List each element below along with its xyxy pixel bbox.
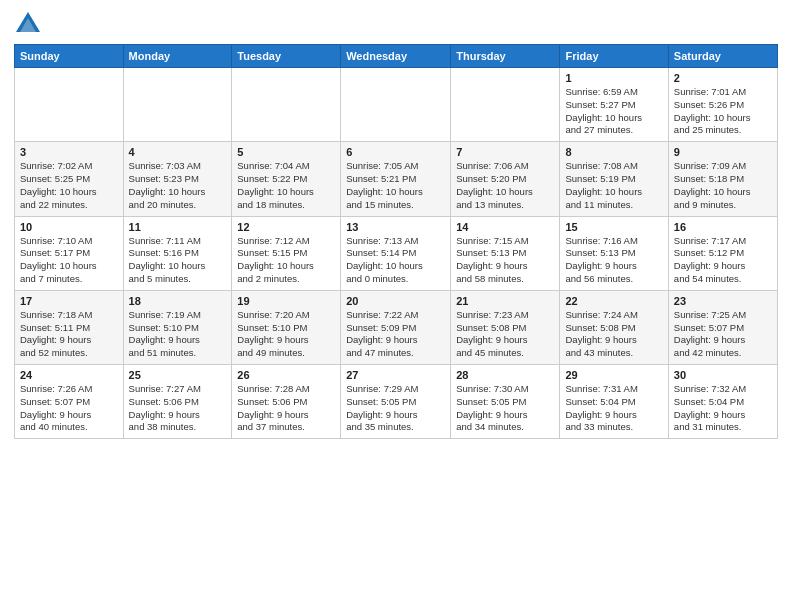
header	[14, 10, 778, 38]
day-info: Sunrise: 7:24 AM Sunset: 5:08 PM Dayligh…	[565, 309, 662, 360]
calendar-cell: 25Sunrise: 7:27 AM Sunset: 5:06 PM Dayli…	[123, 365, 232, 439]
day-info: Sunrise: 7:30 AM Sunset: 5:05 PM Dayligh…	[456, 383, 554, 434]
calendar-cell	[232, 68, 341, 142]
day-info: Sunrise: 7:13 AM Sunset: 5:14 PM Dayligh…	[346, 235, 445, 286]
day-info: Sunrise: 7:25 AM Sunset: 5:07 PM Dayligh…	[674, 309, 772, 360]
calendar-cell: 3Sunrise: 7:02 AM Sunset: 5:25 PM Daylig…	[15, 142, 124, 216]
day-info: Sunrise: 7:31 AM Sunset: 5:04 PM Dayligh…	[565, 383, 662, 434]
day-info: Sunrise: 7:08 AM Sunset: 5:19 PM Dayligh…	[565, 160, 662, 211]
day-info: Sunrise: 7:28 AM Sunset: 5:06 PM Dayligh…	[237, 383, 335, 434]
day-number: 2	[674, 72, 772, 84]
day-number: 6	[346, 146, 445, 158]
day-number: 7	[456, 146, 554, 158]
day-number: 12	[237, 221, 335, 233]
calendar-cell: 28Sunrise: 7:30 AM Sunset: 5:05 PM Dayli…	[451, 365, 560, 439]
day-number: 26	[237, 369, 335, 381]
day-number: 11	[129, 221, 227, 233]
weekday-header-tuesday: Tuesday	[232, 45, 341, 68]
day-number: 24	[20, 369, 118, 381]
calendar-cell: 12Sunrise: 7:12 AM Sunset: 5:15 PM Dayli…	[232, 216, 341, 290]
day-number: 1	[565, 72, 662, 84]
calendar-week-1: 1Sunrise: 6:59 AM Sunset: 5:27 PM Daylig…	[15, 68, 778, 142]
day-info: Sunrise: 7:32 AM Sunset: 5:04 PM Dayligh…	[674, 383, 772, 434]
day-info: Sunrise: 7:06 AM Sunset: 5:20 PM Dayligh…	[456, 160, 554, 211]
day-number: 28	[456, 369, 554, 381]
day-number: 17	[20, 295, 118, 307]
day-number: 5	[237, 146, 335, 158]
day-number: 29	[565, 369, 662, 381]
day-info: Sunrise: 7:09 AM Sunset: 5:18 PM Dayligh…	[674, 160, 772, 211]
day-number: 23	[674, 295, 772, 307]
day-info: Sunrise: 7:01 AM Sunset: 5:26 PM Dayligh…	[674, 86, 772, 137]
calendar-cell	[451, 68, 560, 142]
day-number: 8	[565, 146, 662, 158]
day-number: 14	[456, 221, 554, 233]
calendar-cell: 11Sunrise: 7:11 AM Sunset: 5:16 PM Dayli…	[123, 216, 232, 290]
day-info: Sunrise: 7:16 AM Sunset: 5:13 PM Dayligh…	[565, 235, 662, 286]
calendar-cell: 19Sunrise: 7:20 AM Sunset: 5:10 PM Dayli…	[232, 290, 341, 364]
day-number: 21	[456, 295, 554, 307]
calendar-week-4: 17Sunrise: 7:18 AM Sunset: 5:11 PM Dayli…	[15, 290, 778, 364]
calendar-cell: 13Sunrise: 7:13 AM Sunset: 5:14 PM Dayli…	[341, 216, 451, 290]
day-number: 30	[674, 369, 772, 381]
calendar-week-5: 24Sunrise: 7:26 AM Sunset: 5:07 PM Dayli…	[15, 365, 778, 439]
calendar-cell: 2Sunrise: 7:01 AM Sunset: 5:26 PM Daylig…	[668, 68, 777, 142]
day-number: 16	[674, 221, 772, 233]
day-number: 9	[674, 146, 772, 158]
weekday-header-friday: Friday	[560, 45, 668, 68]
calendar-cell: 7Sunrise: 7:06 AM Sunset: 5:20 PM Daylig…	[451, 142, 560, 216]
day-info: Sunrise: 7:12 AM Sunset: 5:15 PM Dayligh…	[237, 235, 335, 286]
weekday-header-thursday: Thursday	[451, 45, 560, 68]
weekday-header-wednesday: Wednesday	[341, 45, 451, 68]
day-info: Sunrise: 7:15 AM Sunset: 5:13 PM Dayligh…	[456, 235, 554, 286]
calendar-cell: 15Sunrise: 7:16 AM Sunset: 5:13 PM Dayli…	[560, 216, 668, 290]
day-number: 13	[346, 221, 445, 233]
day-number: 18	[129, 295, 227, 307]
calendar-cell: 27Sunrise: 7:29 AM Sunset: 5:05 PM Dayli…	[341, 365, 451, 439]
day-number: 19	[237, 295, 335, 307]
calendar-cell: 22Sunrise: 7:24 AM Sunset: 5:08 PM Dayli…	[560, 290, 668, 364]
day-info: Sunrise: 7:03 AM Sunset: 5:23 PM Dayligh…	[129, 160, 227, 211]
day-info: Sunrise: 7:02 AM Sunset: 5:25 PM Dayligh…	[20, 160, 118, 211]
day-info: Sunrise: 7:19 AM Sunset: 5:10 PM Dayligh…	[129, 309, 227, 360]
weekday-header-sunday: Sunday	[15, 45, 124, 68]
day-info: Sunrise: 7:20 AM Sunset: 5:10 PM Dayligh…	[237, 309, 335, 360]
day-info: Sunrise: 7:11 AM Sunset: 5:16 PM Dayligh…	[129, 235, 227, 286]
day-info: Sunrise: 7:17 AM Sunset: 5:12 PM Dayligh…	[674, 235, 772, 286]
calendar-cell: 1Sunrise: 6:59 AM Sunset: 5:27 PM Daylig…	[560, 68, 668, 142]
day-info: Sunrise: 7:18 AM Sunset: 5:11 PM Dayligh…	[20, 309, 118, 360]
day-info: Sunrise: 7:10 AM Sunset: 5:17 PM Dayligh…	[20, 235, 118, 286]
calendar-cell: 20Sunrise: 7:22 AM Sunset: 5:09 PM Dayli…	[341, 290, 451, 364]
calendar-cell: 17Sunrise: 7:18 AM Sunset: 5:11 PM Dayli…	[15, 290, 124, 364]
calendar-cell: 29Sunrise: 7:31 AM Sunset: 5:04 PM Dayli…	[560, 365, 668, 439]
calendar-cell: 6Sunrise: 7:05 AM Sunset: 5:21 PM Daylig…	[341, 142, 451, 216]
calendar-cell: 14Sunrise: 7:15 AM Sunset: 5:13 PM Dayli…	[451, 216, 560, 290]
day-number: 20	[346, 295, 445, 307]
weekday-header-saturday: Saturday	[668, 45, 777, 68]
calendar-cell: 10Sunrise: 7:10 AM Sunset: 5:17 PM Dayli…	[15, 216, 124, 290]
day-info: Sunrise: 7:05 AM Sunset: 5:21 PM Dayligh…	[346, 160, 445, 211]
day-number: 4	[129, 146, 227, 158]
calendar-cell: 23Sunrise: 7:25 AM Sunset: 5:07 PM Dayli…	[668, 290, 777, 364]
calendar-cell: 30Sunrise: 7:32 AM Sunset: 5:04 PM Dayli…	[668, 365, 777, 439]
calendar-cell	[123, 68, 232, 142]
calendar-table: SundayMondayTuesdayWednesdayThursdayFrid…	[14, 44, 778, 439]
logo-icon	[14, 10, 42, 38]
page: SundayMondayTuesdayWednesdayThursdayFrid…	[0, 0, 792, 612]
day-info: Sunrise: 7:04 AM Sunset: 5:22 PM Dayligh…	[237, 160, 335, 211]
weekday-header-monday: Monday	[123, 45, 232, 68]
calendar-week-3: 10Sunrise: 7:10 AM Sunset: 5:17 PM Dayli…	[15, 216, 778, 290]
calendar-cell: 5Sunrise: 7:04 AM Sunset: 5:22 PM Daylig…	[232, 142, 341, 216]
calendar-cell	[15, 68, 124, 142]
logo	[14, 10, 44, 38]
day-number: 27	[346, 369, 445, 381]
calendar-header-row: SundayMondayTuesdayWednesdayThursdayFrid…	[15, 45, 778, 68]
day-info: Sunrise: 7:27 AM Sunset: 5:06 PM Dayligh…	[129, 383, 227, 434]
calendar-cell: 26Sunrise: 7:28 AM Sunset: 5:06 PM Dayli…	[232, 365, 341, 439]
day-number: 22	[565, 295, 662, 307]
day-number: 15	[565, 221, 662, 233]
calendar-cell	[341, 68, 451, 142]
calendar-cell: 24Sunrise: 7:26 AM Sunset: 5:07 PM Dayli…	[15, 365, 124, 439]
calendar-cell: 4Sunrise: 7:03 AM Sunset: 5:23 PM Daylig…	[123, 142, 232, 216]
day-info: Sunrise: 6:59 AM Sunset: 5:27 PM Dayligh…	[565, 86, 662, 137]
